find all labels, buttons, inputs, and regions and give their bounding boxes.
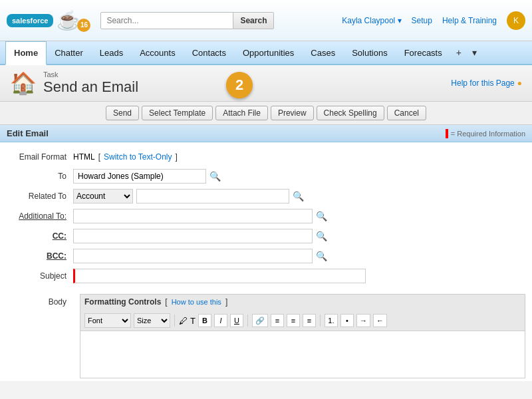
editor-body[interactable] bbox=[80, 331, 525, 378]
help-link[interactable]: Help & Training bbox=[442, 16, 497, 25]
help-page-icon: ● bbox=[517, 78, 522, 88]
task-icon: 🏠 bbox=[10, 70, 37, 96]
cancel-button[interactable]: Cancel bbox=[387, 106, 426, 120]
subject-input[interactable] bbox=[73, 269, 366, 283]
page-header-left: 🏠 Task Send an Email bbox=[10, 70, 138, 96]
additional-to-lookup-icon[interactable]: 🔍 bbox=[316, 211, 327, 221]
required-indicator bbox=[446, 129, 448, 138]
nav-item-home[interactable]: Home bbox=[5, 41, 47, 65]
bracket-open: [ bbox=[98, 152, 100, 162]
page-title-area: Task Send an Email bbox=[43, 70, 138, 96]
edit-email-header: Edit Email = Required Information bbox=[0, 125, 532, 142]
check-spelling-button[interactable]: Check Spelling bbox=[317, 106, 384, 120]
format-divider1 bbox=[174, 315, 175, 327]
link-button[interactable]: 🔗 bbox=[252, 314, 268, 327]
cc-input[interactable] bbox=[73, 229, 313, 243]
user-avatar: K bbox=[507, 11, 525, 30]
related-to-select[interactable]: Account Contact Lead Opportunity Case bbox=[73, 189, 133, 203]
to-input[interactable] bbox=[73, 169, 206, 184]
bcc-lookup-icon[interactable]: 🔍 bbox=[316, 251, 327, 261]
email-format-field: HTML [ Switch to Text-Only ] bbox=[73, 152, 525, 162]
size-select[interactable]: Size bbox=[134, 313, 170, 328]
to-lookup-icon[interactable]: 🔍 bbox=[209, 171, 221, 182]
nav-item-chatter[interactable]: Chatter bbox=[47, 41, 92, 64]
related-to-label: Related To bbox=[7, 192, 73, 201]
setup-link[interactable]: Setup bbox=[412, 16, 432, 25]
align-left-button[interactable]: ≡ bbox=[271, 314, 284, 327]
task-label: Task bbox=[43, 70, 138, 78]
italic-button[interactable]: I bbox=[214, 314, 227, 327]
attach-file-button[interactable]: Attach File bbox=[215, 106, 268, 120]
related-to-input[interactable] bbox=[136, 189, 289, 203]
nav-item-contacts[interactable]: Contacts bbox=[184, 41, 235, 64]
search-button[interactable]: Search bbox=[233, 12, 274, 29]
help-page-link[interactable]: Help for this Page ● bbox=[451, 78, 522, 88]
nav-item-solutions[interactable]: Solutions bbox=[344, 41, 396, 64]
additional-to-input[interactable] bbox=[73, 209, 313, 223]
cc-lookup-icon[interactable]: 🔍 bbox=[316, 231, 327, 241]
nav-item-opportunities[interactable]: Opportunities bbox=[235, 41, 303, 64]
related-to-row: Related To Account Contact Lead Opportun… bbox=[0, 186, 532, 206]
bracket-open2: [ bbox=[165, 297, 167, 307]
send-button[interactable]: Send bbox=[106, 106, 139, 120]
search-input[interactable] bbox=[100, 12, 233, 29]
nav-more-tabs[interactable]: ▾ bbox=[467, 41, 482, 64]
email-format-value: HTML bbox=[73, 152, 95, 162]
font-color-icon[interactable]: 🖊 bbox=[179, 316, 188, 326]
salesforce-logo: salesforce bbox=[7, 14, 53, 27]
ordered-list-button[interactable]: 1. bbox=[325, 314, 338, 327]
email-format-label: Email Format bbox=[7, 152, 73, 162]
additional-to-label: Additional To: bbox=[7, 211, 73, 221]
bracket-close: ] bbox=[176, 152, 178, 162]
toolbar: Send Select Template Attach File Preview… bbox=[0, 102, 532, 125]
additional-to-field: 🔍 bbox=[73, 209, 525, 223]
logo-cup-icon: ☕ bbox=[57, 9, 80, 31]
related-to-lookup-icon[interactable]: 🔍 bbox=[293, 191, 304, 201]
nav-bar: Home Chatter Leads Accounts Contacts Opp… bbox=[0, 41, 532, 65]
unordered-list-button[interactable]: • bbox=[340, 314, 354, 327]
cc-label: CC: bbox=[7, 231, 73, 241]
cc-row: CC: 🔍 bbox=[0, 226, 532, 246]
subject-field bbox=[73, 269, 525, 283]
body-label: Body bbox=[7, 294, 73, 307]
user-name[interactable]: Kayla Claypool bbox=[342, 16, 401, 25]
additional-to-row: Additional To: 🔍 bbox=[0, 206, 532, 226]
switch-to-text-link[interactable]: Switch to Text-Only bbox=[104, 152, 172, 162]
cc-field: 🔍 bbox=[73, 229, 525, 243]
bold-button[interactable]: B bbox=[198, 314, 211, 327]
page-header: 🏠 Task Send an Email 2 Help for this Pag… bbox=[0, 65, 532, 102]
preview-button[interactable]: Preview bbox=[271, 106, 314, 120]
subject-row: Subject bbox=[0, 266, 532, 286]
subject-label: Subject bbox=[7, 271, 73, 281]
outdent-button[interactable]: ← bbox=[373, 314, 387, 327]
edit-email-title: Edit Email bbox=[7, 128, 49, 138]
select-template-button[interactable]: Select Template bbox=[142, 106, 213, 120]
header: salesforce ☕ 16 Search Kayla Claypool Se… bbox=[0, 0, 532, 41]
indent-button[interactable]: → bbox=[356, 314, 370, 327]
step-badge: 2 bbox=[226, 72, 253, 98]
formatting-bar: Formatting Controls [ How to use this ] … bbox=[80, 295, 525, 331]
nav-item-leads[interactable]: Leads bbox=[92, 41, 132, 64]
formatting-controls-label: Formatting Controls bbox=[84, 297, 161, 307]
bracket-close2: ] bbox=[225, 297, 227, 307]
how-to-use-link[interactable]: How to use this bbox=[172, 298, 221, 306]
font-select[interactable]: Font bbox=[84, 313, 131, 328]
align-center-button[interactable]: ≡ bbox=[287, 314, 300, 327]
nav-add-tab[interactable]: + bbox=[451, 41, 467, 64]
text-highlight-icon[interactable]: T bbox=[190, 316, 196, 326]
bcc-input[interactable] bbox=[73, 249, 313, 263]
align-right-button[interactable]: ≡ bbox=[303, 314, 316, 327]
format-divider3 bbox=[320, 315, 321, 327]
page-title: Send an Email bbox=[43, 78, 138, 96]
search-area: Search bbox=[100, 12, 287, 29]
nav-item-accounts[interactable]: Accounts bbox=[132, 41, 184, 64]
body-editor: Formatting Controls [ How to use this ] … bbox=[80, 294, 525, 378]
to-row: To 🔍 bbox=[0, 166, 532, 186]
related-to-field: Account Contact Lead Opportunity Case 🔍 bbox=[73, 189, 525, 203]
required-info: = Required Information bbox=[446, 129, 525, 138]
underline-button[interactable]: U bbox=[230, 314, 243, 327]
badge-16: 16 bbox=[77, 19, 90, 32]
nav-item-cases[interactable]: Cases bbox=[303, 41, 344, 64]
email-form: Email Format HTML [ Switch to Text-Only … bbox=[0, 142, 532, 291]
nav-item-forecasts[interactable]: Forecasts bbox=[396, 41, 451, 64]
